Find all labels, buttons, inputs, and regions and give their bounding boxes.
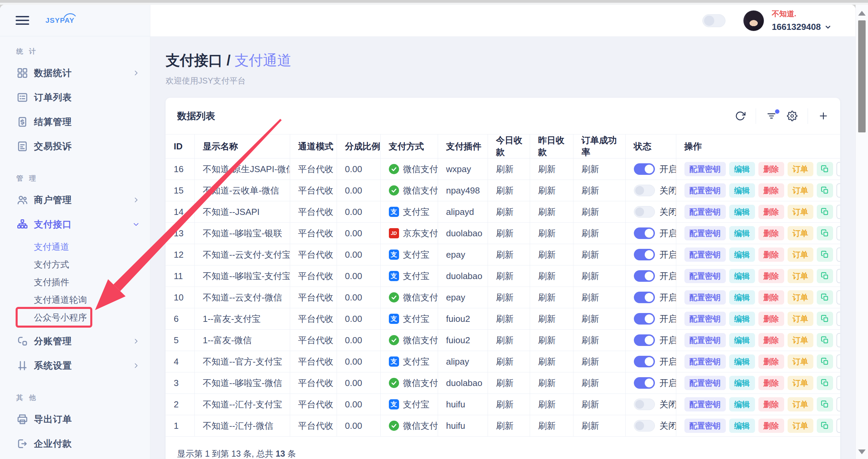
gear-icon[interactable] bbox=[787, 111, 797, 121]
refresh-yesterday-link[interactable]: 刷新 bbox=[538, 378, 556, 388]
refresh-success-rate-link[interactable]: 刷新 bbox=[582, 378, 599, 388]
refresh-success-rate-link[interactable]: 刷新 bbox=[582, 271, 599, 281]
edit-button[interactable]: 编辑 bbox=[729, 183, 755, 198]
refresh-today-link[interactable]: 刷新 bbox=[496, 164, 514, 174]
refresh-success-rate-link[interactable]: 刷新 bbox=[582, 228, 599, 238]
plus-icon[interactable] bbox=[818, 111, 829, 121]
edit-button[interactable]: 编辑 bbox=[729, 376, 755, 390]
user-menu[interactable]: 不知道. 1661329408 bbox=[772, 9, 832, 32]
config-key-button[interactable]: 配置密钥 bbox=[684, 162, 726, 176]
delete-button[interactable]: 删除 bbox=[758, 269, 784, 283]
order-button[interactable]: 订单 bbox=[788, 247, 813, 262]
config-key-button[interactable]: 配置密钥 bbox=[684, 419, 726, 433]
breadcrumb-current[interactable]: 支付通道 bbox=[234, 52, 291, 68]
refresh-today-link[interactable]: 刷新 bbox=[496, 228, 514, 238]
refresh-today-link[interactable]: 刷新 bbox=[496, 399, 514, 409]
status-toggle[interactable] bbox=[634, 356, 655, 367]
refresh-yesterday-link[interactable]: 刷新 bbox=[538, 185, 556, 196]
refresh-success-rate-link[interactable]: 刷新 bbox=[582, 250, 599, 260]
hamburger-menu-icon[interactable] bbox=[16, 14, 29, 27]
config-key-button[interactable]: 配置密钥 bbox=[684, 376, 726, 390]
edit-button[interactable]: 编辑 bbox=[729, 419, 755, 433]
refresh-yesterday-link[interactable]: 刷新 bbox=[538, 292, 556, 302]
refresh-today-link[interactable]: 刷新 bbox=[496, 271, 514, 281]
copy-button[interactable] bbox=[817, 376, 833, 390]
refresh-yesterday-link[interactable]: 刷新 bbox=[538, 207, 556, 217]
refresh-success-rate-link[interactable]: 刷新 bbox=[582, 356, 599, 367]
test-button[interactable]: 测试 bbox=[836, 376, 841, 390]
scrollbar[interactable] bbox=[855, 5, 868, 459]
sidebar-subitem-支付方式[interactable]: 支付方式 bbox=[0, 256, 150, 273]
edit-button[interactable]: 编辑 bbox=[729, 205, 755, 219]
order-button[interactable]: 订单 bbox=[788, 183, 813, 198]
refresh-success-rate-link[interactable]: 刷新 bbox=[582, 399, 599, 409]
delete-button[interactable]: 删除 bbox=[758, 290, 784, 305]
order-button[interactable]: 订单 bbox=[788, 290, 813, 305]
copy-button[interactable] bbox=[817, 247, 833, 262]
sidebar-subitem-支付插件[interactable]: 支付插件 bbox=[0, 273, 150, 291]
delete-button[interactable]: 删除 bbox=[758, 162, 784, 176]
refresh-yesterday-link[interactable]: 刷新 bbox=[538, 335, 556, 345]
sidebar-item-数据统计[interactable]: 数据统计 bbox=[0, 61, 150, 85]
refresh-today-link[interactable]: 刷新 bbox=[496, 356, 514, 367]
test-button[interactable]: 测试 bbox=[836, 419, 841, 433]
sidebar-item-交易投诉[interactable]: 交易投诉 bbox=[0, 134, 150, 159]
filter-icon[interactable] bbox=[766, 111, 777, 121]
order-button[interactable]: 订单 bbox=[788, 226, 813, 240]
delete-button[interactable]: 删除 bbox=[758, 419, 784, 433]
delete-button[interactable]: 删除 bbox=[758, 183, 784, 198]
status-toggle[interactable] bbox=[634, 270, 655, 282]
test-button[interactable]: 测试 bbox=[836, 247, 841, 262]
copy-button[interactable] bbox=[817, 397, 833, 411]
copy-button[interactable] bbox=[817, 333, 833, 347]
status-toggle[interactable] bbox=[634, 206, 655, 218]
status-toggle[interactable] bbox=[634, 163, 655, 175]
edit-button[interactable]: 编辑 bbox=[729, 247, 755, 262]
refresh-success-rate-link[interactable]: 刷新 bbox=[582, 164, 599, 174]
sidebar-item-导出订单[interactable]: 导出订单 bbox=[0, 407, 150, 432]
refresh-today-link[interactable]: 刷新 bbox=[496, 185, 514, 196]
copy-button[interactable] bbox=[817, 226, 833, 240]
copy-button[interactable] bbox=[817, 354, 833, 369]
status-toggle[interactable] bbox=[634, 185, 655, 196]
sidebar-subitem-公众号小程序[interactable]: 公众号小程序 bbox=[0, 309, 150, 326]
test-button[interactable]: 测试 bbox=[836, 205, 841, 219]
edit-button[interactable]: 编辑 bbox=[729, 397, 755, 411]
refresh-yesterday-link[interactable]: 刷新 bbox=[538, 271, 556, 281]
refresh-today-link[interactable]: 刷新 bbox=[496, 421, 514, 431]
test-button[interactable]: 测试 bbox=[836, 269, 841, 283]
refresh-success-rate-link[interactable]: 刷新 bbox=[582, 292, 599, 302]
refresh-today-link[interactable]: 刷新 bbox=[496, 378, 514, 388]
config-key-button[interactable]: 配置密钥 bbox=[684, 354, 726, 369]
delete-button[interactable]: 删除 bbox=[758, 397, 784, 411]
order-button[interactable]: 订单 bbox=[788, 162, 813, 176]
config-key-button[interactable]: 配置密钥 bbox=[684, 269, 726, 283]
refresh-today-link[interactable]: 刷新 bbox=[496, 207, 514, 217]
status-toggle[interactable] bbox=[634, 249, 655, 260]
test-button[interactable]: 测试 bbox=[836, 354, 841, 369]
copy-button[interactable] bbox=[817, 269, 833, 283]
refresh-today-link[interactable]: 刷新 bbox=[496, 314, 514, 324]
config-key-button[interactable]: 配置密钥 bbox=[684, 312, 726, 326]
edit-button[interactable]: 编辑 bbox=[729, 312, 755, 326]
config-key-button[interactable]: 配置密钥 bbox=[684, 205, 726, 219]
copy-button[interactable] bbox=[817, 419, 833, 433]
order-button[interactable]: 订单 bbox=[788, 376, 813, 390]
edit-button[interactable]: 编辑 bbox=[729, 269, 755, 283]
refresh-yesterday-link[interactable]: 刷新 bbox=[538, 250, 556, 260]
status-toggle[interactable] bbox=[634, 377, 655, 389]
sidebar-item-企业付款[interactable]: 企业付款 bbox=[0, 432, 150, 456]
config-key-button[interactable]: 配置密钥 bbox=[684, 397, 726, 411]
refresh-success-rate-link[interactable]: 刷新 bbox=[582, 185, 599, 196]
sidebar-item-商户管理[interactable]: 商户管理 bbox=[0, 188, 150, 212]
sidebar-subitem-支付通道轮询[interactable]: 支付通道轮询 bbox=[0, 291, 150, 309]
config-key-button[interactable]: 配置密钥 bbox=[684, 290, 726, 305]
delete-button[interactable]: 删除 bbox=[758, 205, 784, 219]
refresh-today-link[interactable]: 刷新 bbox=[496, 335, 514, 345]
delete-button[interactable]: 删除 bbox=[758, 333, 784, 347]
theme-toggle[interactable] bbox=[702, 14, 725, 27]
config-key-button[interactable]: 配置密钥 bbox=[684, 226, 726, 240]
test-button[interactable]: 测试 bbox=[836, 226, 841, 240]
sidebar-item-结算管理[interactable]: 结算管理 bbox=[0, 110, 150, 134]
copy-button[interactable] bbox=[817, 290, 833, 305]
